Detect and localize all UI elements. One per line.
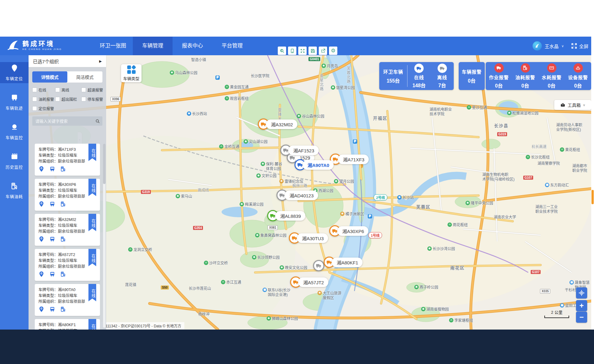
bus-action-icon[interactable] <box>49 166 55 173</box>
vehicle-marker-湘A71XF3[interactable]: 湘A71XF3 <box>330 154 369 165</box>
vehicle-marker-湘A30TU3[interactable]: 湘A30TU3 <box>289 232 328 244</box>
vehicle-marker-湘A80KF1[interactable]: 湘A80KF1 <box>324 257 362 268</box>
map-canvas[interactable]: 智造小镇♣乌山森林公园长沙医学院∩黄金园互通♣月亮岛♣银星湾公园∩观音岩枢纽♣谷… <box>29 55 591 330</box>
search-tool-button[interactable] <box>278 47 286 55</box>
filter-5[interactable]: 停车报警 <box>81 96 109 102</box>
park-icon: ♣ <box>252 255 256 259</box>
checkbox-icon[interactable] <box>55 88 60 92</box>
vehicle-card-湘A80KF1[interactable]: 车牌号码：湘A80KF1车辆类型：垃圾压缩车所属组织：厨余垃圾项目部在线 <box>35 319 100 330</box>
tab-mode-1[interactable]: 简洁模式 <box>67 71 102 83</box>
chevron-down-icon[interactable]: ∨ <box>561 44 564 48</box>
checkbox-icon[interactable] <box>81 88 86 92</box>
map-label: 高成线 <box>198 188 209 193</box>
filter-0[interactable]: 在线 <box>32 87 55 93</box>
park-icon: ♣ <box>255 233 259 237</box>
nav-item-2[interactable]: 报表中心 <box>173 37 212 55</box>
vehicle-card-湘A30XP6[interactable]: 车牌号码：湘A30XP6车辆类型：垃圾压缩车所属组织：厨余垃圾项目部在线 <box>35 179 100 211</box>
fuel-action-icon[interactable] <box>60 166 66 173</box>
user-avatar[interactable] <box>533 41 542 51</box>
panel-scrollbar[interactable] <box>103 144 106 328</box>
page-scrollbar-thumb[interactable] <box>592 190 594 204</box>
pin-action-icon[interactable] <box>38 166 44 173</box>
sidebar-item-fuel[interactable]: 车辆油耗 <box>0 180 29 201</box>
park-icon: ♣ <box>507 111 511 115</box>
parking-icon: P <box>368 214 372 218</box>
checkbox-icon[interactable] <box>55 97 60 101</box>
vehicle-marker-湘AF1523[interactable]: 湘AF1523 <box>280 145 319 156</box>
expand-arrow-icon[interactable]: ▶ <box>99 59 102 63</box>
gear-tool-button[interactable]: ⚙ <box>329 47 337 55</box>
bus-action-icon[interactable] <box>49 236 55 243</box>
checkbox-icon[interactable] <box>32 106 37 111</box>
panel-scrollbar-thumb[interactable] <box>103 144 106 184</box>
vehicle-marker-湘AD40123[interactable]: 湘AD40123 <box>277 190 318 201</box>
bus-action-icon[interactable] <box>49 271 55 278</box>
checkbox-icon[interactable] <box>81 97 86 101</box>
fuel-action-icon[interactable] <box>60 271 66 278</box>
filter-6[interactable]: 定位报警 <box>32 106 55 111</box>
vehicle-marker-湘AL8839[interactable]: 湘AL8839 <box>267 210 305 221</box>
alarm-label: 作业报警 <box>489 74 509 80</box>
map-label: 雨花区 <box>450 266 465 271</box>
tab-mode-0[interactable]: 详情模式 <box>32 71 67 83</box>
sidebar-item-pin[interactable]: 车辆定位 <box>0 62 29 83</box>
vehicle-marker-湘A90TA0[interactable]: 湘A90TA0 <box>295 159 334 170</box>
vehicle-card-湘A71XF3[interactable]: 车牌号码：湘A71XF3车辆类型：垃圾压缩车所属组织：厨余垃圾项目部在线 <box>35 144 100 176</box>
vehicle-card-湘A90TA0[interactable]: 车牌号码：湘A90TA0车辆类型：垃圾压缩车所属组织：厨余垃圾项目部在线 <box>35 284 100 316</box>
filter-3[interactable]: 油耗报警 <box>32 96 55 102</box>
sidebar-item-camera[interactable]: 车辆监控 <box>0 121 29 142</box>
map-label: ∩黄花枢纽 <box>560 148 580 152</box>
sidebar-item-video[interactable]: 历史监控 <box>0 151 29 172</box>
park-icon: ♣ <box>170 70 174 75</box>
alarm-value: 0台 <box>521 82 529 89</box>
checkbox-icon[interactable] <box>32 97 37 101</box>
filter-2[interactable]: 超速报警 <box>81 87 109 93</box>
org-selector[interactable]: 已选7个组织 ▶ <box>29 55 106 67</box>
nav-menu: 环卫一张图车辆管理报表中心平台管理 <box>93 37 252 55</box>
page-scrollbar[interactable] <box>591 0 594 330</box>
pin-action-icon[interactable] <box>38 271 44 278</box>
map-label: 长沙市莲花山 <box>189 286 211 291</box>
nav-item-3[interactable]: 平台管理 <box>212 37 252 55</box>
fuel-action-icon[interactable] <box>60 201 66 208</box>
zoom-in-button[interactable]: + <box>576 300 587 311</box>
filter-4[interactable]: 超出围栏 <box>55 96 81 102</box>
zoom-out-button[interactable]: − <box>576 312 587 323</box>
vehicle-marker-湘A57JT2[interactable]: 湘A57JT2 <box>290 276 328 288</box>
map-label: ■长沙西站 <box>187 112 207 116</box>
fuel-action-icon[interactable] <box>60 236 66 243</box>
expand-tool-button[interactable] <box>298 47 307 55</box>
save-tool-button[interactable] <box>308 47 317 55</box>
pin-action-icon[interactable] <box>38 201 44 208</box>
pin-action-icon[interactable] <box>38 306 44 313</box>
vehicle-card-湘A32M02[interactable]: 车牌号码：湘A32M02车辆类型：垃圾压缩车所属组织：厨余垃圾项目部在线 <box>35 214 100 246</box>
locate-button[interactable] <box>576 287 587 299</box>
vehicle-marker-湘A32M02[interactable]: 湘A32M02 <box>258 119 297 130</box>
vehicle-type-button[interactable]: 车辆类型 <box>121 64 142 82</box>
sidebar-item-bus[interactable]: 车辆轨迹 <box>0 92 29 113</box>
toolbox-button[interactable]: 工具箱 ∨ <box>554 100 591 110</box>
user-name[interactable]: 王水晶 <box>545 43 559 49</box>
nav-item-1[interactable]: 车辆管理 <box>133 37 173 55</box>
vehicle-field: 车辆类型：垃圾压缩车 <box>38 293 96 299</box>
bus-action-icon[interactable] <box>49 201 55 208</box>
park-icon: ♣ <box>261 162 265 166</box>
search-input[interactable] <box>35 119 95 124</box>
share-tool-button[interactable] <box>319 47 327 55</box>
filter-1[interactable]: 离线 <box>55 87 81 93</box>
vehicle-marker-hidden[interactable] <box>313 260 324 271</box>
vehicle-marker-湘A30XP6[interactable]: 湘A30XP6 <box>329 225 368 236</box>
map-label: ▣联东U谷(长沙 国际企业港) <box>263 288 290 297</box>
vehicle-card-湘A57JT2[interactable]: 车牌号码：湘A57JT2车辆类型：垃圾压缩车所属组织：厨余垃圾项目部在线 <box>35 249 100 281</box>
vehicle-field: 车牌号码：湘A90TA0 <box>38 287 96 293</box>
checkbox-icon[interactable] <box>32 88 37 92</box>
bus-action-icon[interactable] <box>49 306 55 313</box>
marker-plate-label: 湘A30XP6 <box>337 226 368 236</box>
pin-action-icon[interactable] <box>38 236 44 243</box>
fullscreen-button[interactable]: 全屏 <box>571 43 588 49</box>
search-icon[interactable] <box>95 119 100 124</box>
nav-item-0[interactable]: 环卫一张图 <box>93 37 133 55</box>
device-tool-button[interactable] <box>288 47 296 55</box>
fuel-action-icon[interactable] <box>60 306 66 313</box>
building-icon: ▣ <box>569 280 574 285</box>
